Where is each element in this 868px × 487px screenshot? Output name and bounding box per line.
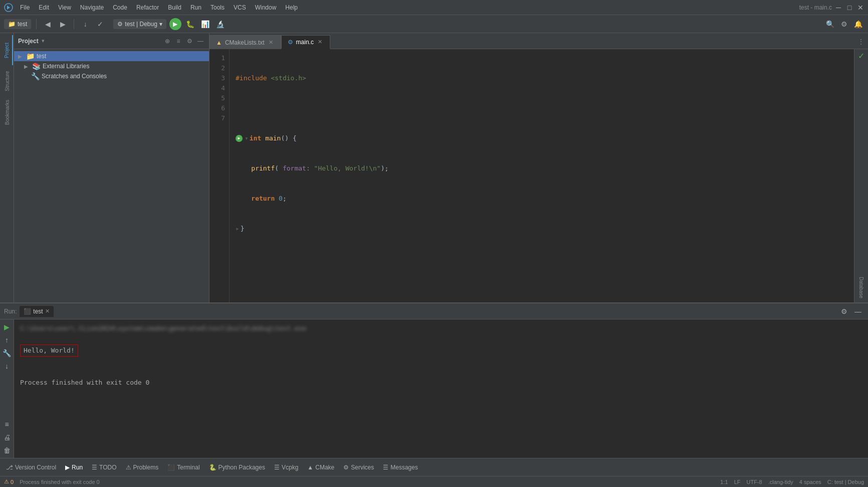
close-button[interactable]: ✕ [857, 4, 864, 11]
cmakelists-tab-close[interactable]: ✕ [268, 39, 275, 46]
vcs-commit-button[interactable]: ✓ [94, 18, 106, 30]
run-configuration[interactable]: ⚙ test | Debug ▾ [113, 19, 166, 29]
status-line-ending[interactable]: LF [734, 479, 741, 485]
mainc-tab-close[interactable]: ✕ [317, 39, 324, 46]
run-gutter-button[interactable]: ▶ [236, 135, 243, 142]
navigate-forward-button[interactable]: ▶ [57, 18, 69, 30]
fold-icon[interactable]: ▾ [245, 133, 249, 143]
menu-help[interactable]: Help [281, 3, 302, 12]
content-area: Project Structure Bookmarks Project ▾ ⊕ … [0, 33, 868, 302]
line-num-7: 7 [209, 113, 229, 123]
print-button[interactable]: 🖨 [2, 432, 13, 443]
menu-navigate[interactable]: Navigate [76, 3, 108, 12]
tree-arrow-external: ▶ [24, 64, 30, 69]
bottom-btn-python-packages[interactable]: 🐍 Python Packages [205, 462, 269, 473]
printf-function: printf [251, 164, 275, 174]
tab-mainc[interactable]: ⚙ main.c ✕ [281, 35, 330, 49]
run-settings-button[interactable]: ⚙ [838, 305, 850, 317]
run-icon: ▶ [65, 464, 70, 471]
run-tab-test[interactable]: ⬛ test ✕ [20, 306, 53, 317]
status-position[interactable]: 1:1 [720, 479, 728, 485]
status-right: 1:1 LF UTF-8 .clang-tidy 4 spaces C: tes… [720, 479, 864, 485]
menu-edit[interactable]: Edit [35, 3, 53, 12]
project-minimize-icon[interactable]: — [196, 37, 205, 46]
run-wrench-button[interactable]: 🔧 [2, 348, 13, 359]
run-collapse-button[interactable]: — [852, 305, 864, 317]
toolbar-separator-1 [36, 19, 37, 29]
menu-vcs[interactable]: VCS [230, 3, 250, 12]
run-label: Run: [4, 308, 17, 315]
menu-view[interactable]: View [54, 3, 75, 12]
include-header: <stdio.h> [271, 73, 306, 83]
editor-with-sidebar: 1 2 3 4 5 6 7 #include <stdio.h> [209, 49, 868, 302]
sidebar-item-project[interactable]: Project [1, 35, 13, 65]
python-icon: 🐍 [209, 464, 216, 471]
scroll-up-button[interactable]: ↑ [2, 335, 13, 346]
status-clang-tidy[interactable]: .clang-tidy [768, 479, 793, 485]
debug-button[interactable]: 🐛 [184, 18, 196, 30]
menu-run[interactable]: Run [186, 3, 205, 12]
status-indent[interactable]: 4 spaces [799, 479, 821, 485]
maximize-button[interactable]: □ [846, 4, 853, 11]
coverage-button[interactable]: 🔬 [214, 18, 227, 30]
sidebar-item-bookmarks[interactable]: Bookmarks [1, 97, 13, 127]
scroll-down-button[interactable]: ↓ [2, 361, 13, 372]
project-icon: 📁 [8, 21, 16, 28]
database-icon[interactable]: Database [855, 273, 867, 302]
tree-item-external-libraries[interactable]: ▶ 📚 External Libraries [14, 61, 209, 71]
minimize-button[interactable]: ─ [835, 4, 842, 11]
vcs-update-button[interactable]: ↓ [79, 18, 91, 30]
bottom-btn-messages[interactable]: ☰ Messages [379, 462, 422, 473]
clear-output-button[interactable]: 🗑 [2, 445, 13, 456]
code-line-6: ▸ } [236, 224, 848, 234]
tree-label-scratches: Scratches and Consoles [42, 73, 107, 80]
project-collapse-icon[interactable]: ≡ [174, 37, 183, 46]
project-locate-icon[interactable]: ⊕ [163, 37, 172, 46]
project-settings-icon[interactable]: ⚙ [185, 37, 194, 46]
bottom-btn-terminal[interactable]: ⬛ Terminal [163, 462, 203, 473]
run-panel-header: Run: ⬛ test ✕ ⚙ — [0, 303, 868, 319]
profile-button[interactable]: 📊 [199, 18, 211, 30]
status-encoding[interactable]: UTF-8 [746, 479, 762, 485]
code-editor[interactable]: 1 2 3 4 5 6 7 #include <stdio.h> [209, 49, 854, 302]
bottom-btn-problems[interactable]: ⚠ Problems [122, 462, 163, 473]
search-everywhere-button[interactable]: 🔍 [824, 18, 836, 30]
return-keyword: return [251, 194, 275, 204]
sidebar-item-structure[interactable]: Structure [1, 66, 13, 96]
tree-item-test[interactable]: ▶ 📁 test [14, 51, 209, 61]
settings-button[interactable]: ⚙ [838, 18, 850, 30]
menu-window[interactable]: Window [251, 3, 281, 12]
menu-code[interactable]: Code [109, 3, 131, 12]
line-num-1: 1 [209, 53, 229, 63]
tree-label-test: test [37, 53, 46, 60]
bottom-btn-version-control[interactable]: ⎇ Version Control [2, 462, 60, 473]
project-name: test [18, 21, 27, 28]
code-content[interactable]: #include <stdio.h> ▶ ▾ int main () { [230, 49, 854, 302]
problems-icon: ⚠ [126, 464, 131, 471]
bottom-btn-todo[interactable]: ☰ TODO [88, 462, 120, 473]
menu-file[interactable]: File [16, 3, 34, 12]
tab-more-button[interactable]: ⋮ [854, 35, 868, 49]
project-panel-dropdown-icon[interactable]: ▾ [42, 38, 45, 44]
tab-cmakelists[interactable]: ▲ CMakeLists.txt ✕ [209, 35, 281, 49]
tree-item-scratches[interactable]: 🔧 Scratches and Consoles [14, 71, 209, 81]
vcpkg-icon: ☰ [274, 464, 280, 471]
version-control-label: Version Control [15, 464, 56, 471]
menu-build[interactable]: Build [164, 3, 185, 12]
run-panel: Run: ⬛ test ✕ ⚙ — ▶ ↑ 🔧 ↓ ≡ 🖨 🗑 C:\Users… [0, 302, 868, 458]
navigate-back-button[interactable]: ◀ [42, 18, 54, 30]
menu-refactor[interactable]: Refactor [132, 3, 163, 12]
menu-tools[interactable]: Tools [206, 3, 229, 12]
project-selector[interactable]: 📁 test [4, 19, 31, 29]
bottom-btn-services[interactable]: ⚙ Services [339, 462, 378, 473]
rerun-button[interactable]: ▶ [2, 321, 13, 333]
fold-close-icon[interactable]: ▸ [236, 224, 240, 234]
run-button[interactable]: ▶ [169, 18, 181, 30]
notifications-button[interactable]: 🔔 [852, 18, 864, 30]
bottom-btn-run[interactable]: ▶ Run [61, 462, 87, 473]
project-panel-header: Project ▾ ⊕ ≡ ⚙ — [14, 33, 209, 49]
bottom-btn-cmake[interactable]: ▲ CMake [303, 462, 338, 473]
soft-wrap-button[interactable]: ≡ [2, 419, 13, 430]
run-tab-close[interactable]: ✕ [45, 308, 50, 314]
bottom-btn-vcpkg[interactable]: ☰ Vcpkg [270, 462, 302, 473]
